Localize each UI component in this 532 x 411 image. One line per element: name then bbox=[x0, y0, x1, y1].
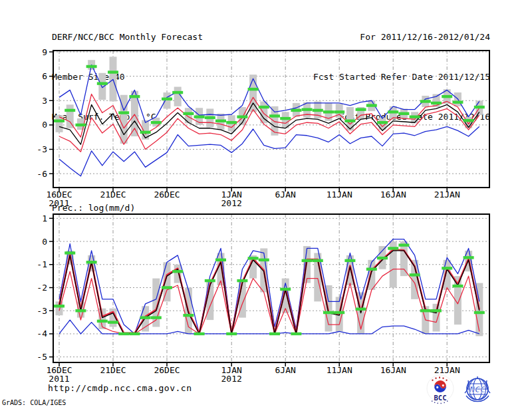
observation-dash bbox=[97, 320, 108, 323]
observation-dash bbox=[452, 285, 463, 287]
svg-text:6JAN: 6JAN bbox=[275, 190, 296, 200]
observation-dash bbox=[377, 121, 388, 124]
grads-credit: GrADS: COLA/IGES bbox=[2, 399, 66, 406]
observation-dash bbox=[215, 120, 226, 122]
observation-dash bbox=[291, 333, 301, 335]
observation-dash bbox=[226, 333, 237, 335]
observation-dash bbox=[172, 91, 183, 94]
svg-text:-1: -1 bbox=[37, 259, 47, 269]
observation-dash bbox=[194, 333, 205, 335]
observation-dash bbox=[313, 259, 323, 262]
svg-text:-4: -4 bbox=[37, 329, 47, 339]
observation-dash bbox=[431, 309, 442, 312]
svg-text:Prec.: log(mm/d): Prec.: log(mm/d) bbox=[52, 203, 135, 213]
svg-text:6JAN: 6JAN bbox=[275, 365, 296, 375]
observation-dash bbox=[302, 108, 313, 110]
observation-dash bbox=[410, 273, 420, 276]
observation-dash bbox=[344, 120, 355, 122]
observation-dash bbox=[162, 286, 172, 289]
svg-text:9: 9 bbox=[42, 47, 47, 57]
observation-dash bbox=[420, 309, 431, 312]
observation-dash bbox=[226, 121, 237, 124]
forecast-charts: 9630-3-616DEC201121DEC26DEC1JAN20126JAN1… bbox=[0, 0, 532, 411]
grads-forecast-screenshot: DERF/NCC/BCC Monthly Forecast Member Siz… bbox=[0, 0, 532, 411]
ensemble-spread-bar bbox=[368, 260, 375, 290]
observation-dash bbox=[248, 88, 259, 90]
observation-dash bbox=[54, 120, 65, 122]
observation-dash bbox=[54, 305, 65, 307]
observation-dash bbox=[356, 308, 366, 311]
observation-dash bbox=[464, 119, 474, 122]
observation-dash bbox=[129, 95, 140, 98]
observation-dash bbox=[162, 98, 172, 100]
observation-dash bbox=[215, 259, 226, 261]
observation-dash bbox=[388, 247, 398, 249]
observation-dash bbox=[151, 316, 162, 319]
precip-plot: 10-1-2-3-4-516DEC201121DEC26DEC1JAN20126… bbox=[37, 203, 489, 384]
observation-dash bbox=[269, 114, 280, 117]
bcc-logo: BCC bbox=[423, 373, 458, 406]
svg-text:0: 0 bbox=[42, 237, 47, 247]
observation-dash bbox=[366, 268, 377, 271]
ensemble-spread-bar bbox=[98, 73, 106, 100]
observation-dash bbox=[237, 279, 247, 282]
svg-text:2011: 2011 bbox=[49, 374, 69, 384]
svg-text:-6: -6 bbox=[37, 169, 47, 179]
source-url-text: http://cmdp.ncc.cma.gov.cn bbox=[48, 383, 192, 393]
svg-text:26DEC: 26DEC bbox=[154, 365, 180, 375]
observation-dash bbox=[86, 261, 97, 263]
observation-dash bbox=[108, 70, 118, 73]
svg-text:16JAN: 16JAN bbox=[380, 365, 406, 375]
observation-dash bbox=[280, 288, 291, 291]
observation-dash bbox=[248, 257, 259, 259]
observation-dash bbox=[334, 311, 344, 314]
observation-dash bbox=[366, 104, 377, 106]
observation-dash bbox=[205, 279, 215, 282]
observation-dash bbox=[442, 267, 452, 269]
observation-dash bbox=[75, 124, 86, 126]
observation-dash bbox=[97, 82, 108, 84]
observation-dash bbox=[323, 311, 334, 314]
observation-dash bbox=[420, 100, 431, 102]
ensemble-spread-bar bbox=[164, 92, 171, 108]
svg-text:21DEC: 21DEC bbox=[100, 190, 126, 200]
observation-dash bbox=[313, 109, 323, 112]
svg-text:16JAN: 16JAN bbox=[380, 190, 406, 200]
observation-dash bbox=[172, 270, 183, 273]
svg-text:0: 0 bbox=[42, 120, 47, 130]
ncc-logo-text: NCC bbox=[469, 384, 485, 394]
observation-dash bbox=[65, 251, 75, 254]
observation-dash bbox=[377, 257, 388, 259]
observation-dash bbox=[398, 112, 409, 115]
observation-dash bbox=[356, 108, 366, 110]
svg-text:26DEC: 26DEC bbox=[154, 190, 180, 200]
observation-dash bbox=[140, 316, 151, 319]
observation-dash bbox=[474, 106, 485, 108]
observation-dash bbox=[118, 333, 129, 335]
observation-dash bbox=[129, 333, 140, 335]
observation-dash bbox=[108, 321, 118, 323]
ensemble-spread-bar bbox=[400, 241, 408, 276]
observation-dash bbox=[442, 95, 452, 98]
observation-dash bbox=[464, 256, 474, 259]
observation-dash bbox=[474, 311, 485, 314]
observation-dash bbox=[344, 259, 355, 262]
observation-dash bbox=[75, 309, 86, 312]
observation-dash bbox=[452, 101, 463, 104]
observation-dash bbox=[259, 106, 269, 108]
observation-dash bbox=[398, 243, 409, 246]
svg-text:21JAN: 21JAN bbox=[434, 190, 460, 200]
observation-dash bbox=[237, 115, 247, 118]
svg-text:1: 1 bbox=[42, 213, 47, 223]
observation-dash bbox=[431, 102, 442, 104]
svg-text:21DEC: 21DEC bbox=[100, 365, 126, 375]
observation-dash bbox=[291, 109, 301, 112]
ensemble-spread-bar bbox=[271, 106, 279, 136]
observation-dash bbox=[151, 121, 162, 124]
observation-dash bbox=[388, 110, 398, 113]
observation-dash bbox=[183, 112, 194, 115]
svg-text:-2: -2 bbox=[37, 283, 47, 293]
observation-dash bbox=[205, 116, 215, 119]
ensemble-spread-bar bbox=[185, 108, 192, 123]
bcc-logo-text: BCC bbox=[434, 394, 447, 402]
